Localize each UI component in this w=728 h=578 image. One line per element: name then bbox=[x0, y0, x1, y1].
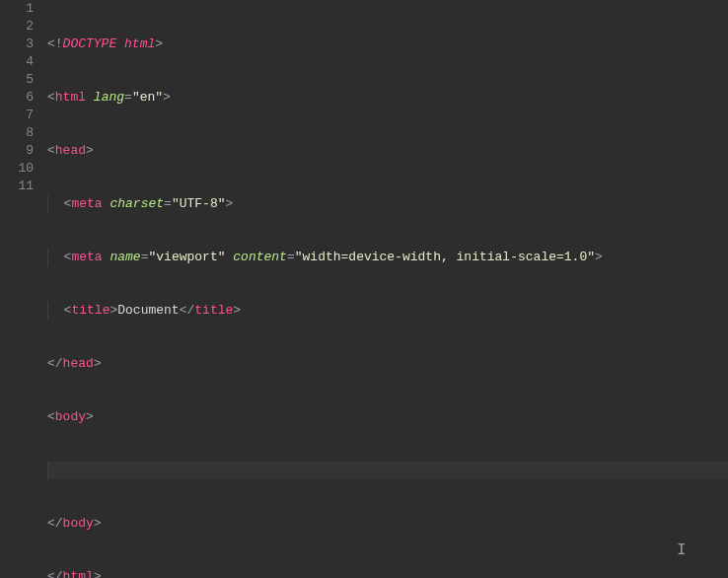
code-line[interactable]: </head> bbox=[47, 355, 728, 373]
line-number[interactable]: 7 bbox=[0, 107, 34, 124]
code-line[interactable]: <meta charset="UTF-8"> bbox=[47, 195, 728, 213]
line-number-gutter: 1 2 3 4 5 6 7 8 9 10 11 bbox=[0, 0, 47, 578]
line-number[interactable]: 11 bbox=[0, 178, 34, 195]
code-line-active[interactable] bbox=[47, 462, 728, 479]
line-number[interactable]: 10 bbox=[0, 160, 34, 178]
line-number[interactable]: 8 bbox=[0, 124, 34, 142]
text-cursor-icon: I bbox=[677, 542, 687, 559]
code-line[interactable]: <title>Document</title> bbox=[47, 302, 728, 320]
line-number[interactable]: 3 bbox=[0, 36, 34, 53]
line-number[interactable]: 6 bbox=[0, 89, 34, 107]
line-number[interactable]: 9 bbox=[0, 142, 34, 160]
line-number[interactable]: 4 bbox=[0, 53, 34, 71]
code-line[interactable]: <head> bbox=[47, 142, 728, 160]
code-line[interactable]: <html lang="en"> bbox=[47, 89, 728, 107]
code-line[interactable]: </html> bbox=[47, 568, 728, 578]
line-number[interactable]: 1 bbox=[0, 0, 34, 18]
line-number[interactable]: 5 bbox=[0, 71, 34, 89]
code-line[interactable]: </body> bbox=[47, 515, 728, 533]
code-line[interactable]: <meta name="viewport" content="width=dev… bbox=[47, 249, 728, 266]
code-line[interactable]: <!DOCTYPE html> bbox=[47, 36, 728, 53]
code-area[interactable]: <!DOCTYPE html> <html lang="en"> <head> … bbox=[47, 0, 728, 578]
code-line[interactable]: <body> bbox=[47, 408, 728, 426]
line-number[interactable]: 2 bbox=[0, 18, 34, 36]
